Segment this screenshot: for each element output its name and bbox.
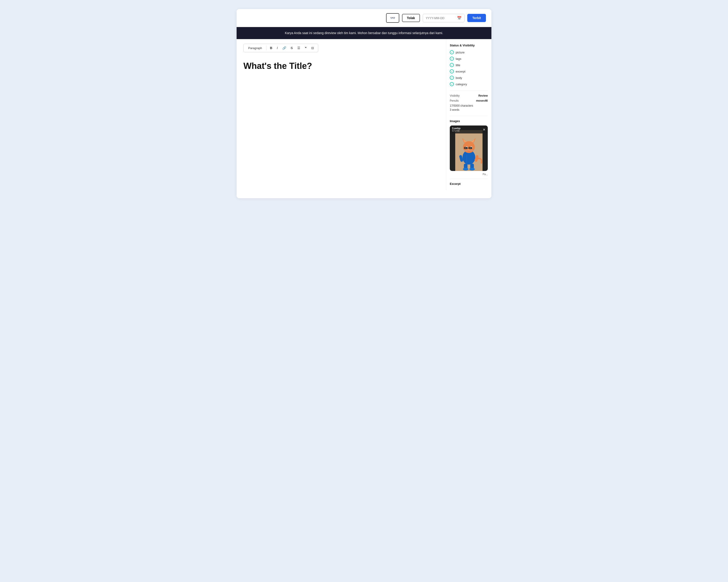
checklist-item-tags: ✓ tags [450, 57, 488, 61]
calendar-icon: 📅 [457, 16, 462, 20]
top-bar: 👓 Tolak 📅 Terbit [237, 9, 491, 27]
link-button[interactable]: 🔗 [281, 45, 288, 51]
review-banner: Karya Anda saat ini sedang direview oleh… [237, 27, 491, 39]
date-input[interactable] [426, 17, 455, 20]
checklist-item-body: ✓ body [450, 76, 488, 80]
editor-toolbar: Paragraph B I 🔗 S ☰ ❝ ⊟ [243, 44, 318, 52]
checklist-label-excerpt: excerpt [456, 70, 465, 73]
check-icon-category: ✓ [450, 82, 454, 86]
image-close-button[interactable]: ✕ [483, 128, 486, 131]
paragraph-selector[interactable]: Paragraph [246, 46, 264, 51]
strikethrough-button[interactable]: S [289, 45, 295, 51]
check-icon-picture: ✓ [450, 50, 454, 54]
checklist-item-excerpt: ✓ excerpt [450, 70, 488, 74]
editor-section: Paragraph B I 🔗 S ☰ ❝ ⊟ What's the Title… [237, 39, 446, 198]
image-filesize: 571 KB [452, 130, 461, 132]
checklist-label-title: title [456, 63, 460, 67]
visibility-row: Visibility Review [450, 94, 488, 97]
image-card-header: 3.webp 571 KB ✕ [450, 126, 488, 134]
svg-rect-19 [464, 147, 468, 149]
toolbar-divider-1 [266, 46, 266, 50]
content-area: Paragraph B I 🔗 S ☰ ❝ ⊟ What's the Title… [237, 39, 491, 198]
bold-button[interactable]: B [268, 45, 274, 51]
image-card: 3.webp 571 KB ✕ [450, 126, 488, 171]
terbit-button[interactable]: Terbit [467, 14, 486, 22]
excerpt-label: Excerpt [450, 182, 488, 186]
check-icon-tags: ✓ [450, 57, 454, 61]
penulis-label: Penulis [450, 99, 459, 102]
check-icon-body: ✓ [450, 76, 454, 80]
table-button[interactable]: ⊟ [309, 45, 316, 51]
quote-button[interactable]: ❝ [303, 45, 309, 51]
visibility-label: Visibility [450, 94, 460, 97]
penulis-value: moses46 [476, 99, 488, 102]
checklist-label-tags: tags [456, 57, 461, 60]
date-input-wrapper: 📅 [423, 14, 465, 22]
checklist-label-picture: picture [456, 51, 465, 54]
checklist-label-category: category [456, 83, 467, 86]
word-count: 3 words [450, 108, 488, 111]
checklist-item-picture: ✓ picture [450, 50, 488, 54]
image-info: 3.webp 571 KB [452, 127, 461, 132]
images-section-label: Images [450, 119, 488, 123]
svg-rect-20 [468, 147, 472, 149]
status-visibility-title: Status & Visibility [450, 44, 488, 47]
page-nav: Pa... [450, 173, 488, 175]
svg-point-26 [463, 168, 468, 170]
tolak-button[interactable]: Tolak [402, 14, 420, 22]
visibility-value: Review [478, 94, 488, 97]
divider-1 [450, 91, 488, 91]
preview-icon: 👓 [390, 16, 395, 21]
sidebar: Status & Visibility ✓ picture ✓ tags ✓ t… [446, 39, 491, 190]
preview-button[interactable]: 👓 [386, 13, 399, 23]
list-button[interactable]: ☰ [295, 45, 302, 51]
image-filename: 3.webp [452, 127, 461, 130]
checklist-label-body: body [456, 76, 462, 80]
checklist: ✓ picture ✓ tags ✓ title ✓ excerpt ✓ b [450, 50, 488, 86]
banner-message: Karya Anda saat ini sedang direview oleh… [285, 31, 443, 35]
checklist-item-title: ✓ title [450, 63, 488, 67]
check-icon-excerpt: ✓ [450, 70, 454, 74]
editor-title[interactable]: What's the Title? [243, 61, 439, 72]
check-icon-title: ✓ [450, 63, 454, 67]
penulis-row: Penulis moses46 [450, 99, 488, 102]
checklist-item-category: ✓ category [450, 82, 488, 86]
svg-point-27 [469, 168, 475, 170]
cat-illustration [455, 130, 483, 171]
italic-button[interactable]: I [275, 45, 280, 51]
char-count: 17/5000 characters [450, 104, 488, 107]
